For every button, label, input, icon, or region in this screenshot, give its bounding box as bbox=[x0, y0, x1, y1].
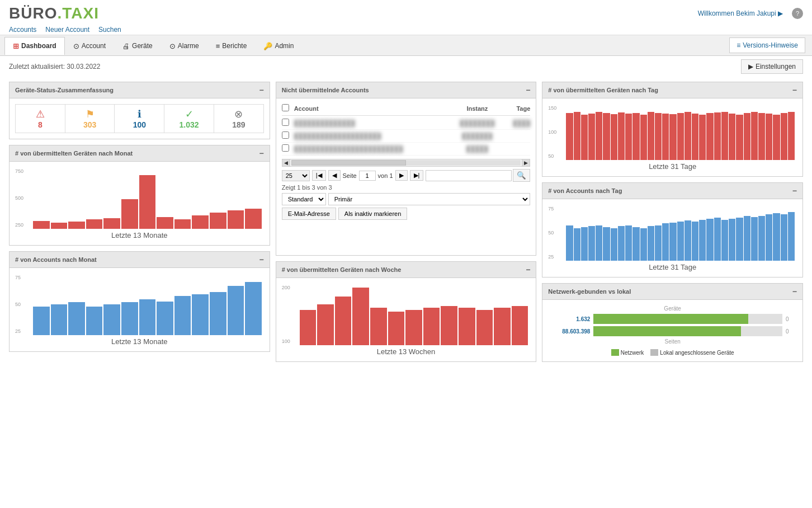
bar bbox=[603, 227, 610, 261]
inaktiv-btn[interactable]: Als inaktiv markieren bbox=[338, 208, 407, 220]
next-page-btn[interactable]: ▶ bbox=[395, 170, 408, 181]
bar bbox=[494, 308, 511, 345]
bar bbox=[751, 112, 758, 160]
bar bbox=[677, 222, 684, 261]
scroll-right-btn[interactable]: ▶ bbox=[522, 159, 530, 166]
horizontal-scrollbar[interactable]: ◀ ▶ bbox=[282, 159, 531, 167]
netzwerk-minimize[interactable]: − bbox=[792, 287, 797, 296]
monat-accounts-minimize[interactable]: − bbox=[259, 255, 263, 264]
table-row: ██████████████ ████████ ████ bbox=[282, 117, 531, 130]
netzwerk-bar1-fill bbox=[593, 314, 748, 324]
bar bbox=[699, 220, 706, 261]
bar bbox=[714, 112, 721, 160]
select-all-checkbox[interactable] bbox=[282, 104, 289, 111]
status-minimize-btn[interactable]: − bbox=[259, 86, 263, 95]
bar bbox=[581, 227, 588, 261]
primaer-select[interactable]: Primär bbox=[328, 193, 531, 205]
nav-suchen[interactable]: Suchen bbox=[98, 26, 121, 34]
bar bbox=[714, 218, 721, 261]
monat-geraete-minimize[interactable]: − bbox=[259, 149, 263, 158]
bar bbox=[706, 219, 713, 261]
status-cell-info: ℹ 100 bbox=[115, 105, 164, 133]
tag-accounts-y3: 75 bbox=[548, 206, 554, 211]
email-btn[interactable]: E-Mail-Adresse bbox=[282, 208, 336, 220]
row1-account: ██████████████ bbox=[294, 120, 447, 126]
row2-instanz: ███████ bbox=[446, 133, 508, 139]
monat-geraete-header: # von übermittelten Geräten nach Monat − bbox=[10, 145, 270, 162]
einstellungen-arrow-icon: ▶ bbox=[748, 63, 753, 70]
bar bbox=[744, 113, 750, 160]
bar bbox=[68, 222, 85, 229]
standard-select[interactable]: Standard bbox=[282, 193, 326, 205]
first-page-btn[interactable]: |◀ bbox=[312, 170, 326, 181]
bar bbox=[581, 115, 588, 160]
status-val-warning: 8 bbox=[18, 120, 63, 129]
bar bbox=[669, 223, 676, 261]
bar bbox=[86, 219, 103, 229]
last-updated: Zuletzt aktualisiert: 30.03.2022 bbox=[9, 63, 100, 70]
bar bbox=[729, 219, 735, 261]
logo-dot: . bbox=[57, 4, 62, 22]
bar bbox=[648, 226, 654, 261]
bar bbox=[603, 113, 610, 160]
bar bbox=[648, 112, 654, 160]
tab-berichte[interactable]: ≡ Berichte bbox=[207, 37, 256, 55]
main-grid: Geräte-Status-Zusammenfassung − ⚠ 8 ⚑ 30… bbox=[0, 77, 812, 366]
inactive-icon: ⊗ bbox=[216, 108, 261, 120]
tab-geraete[interactable]: 🖨 Geräte bbox=[114, 37, 161, 55]
scroll-left-btn[interactable]: ◀ bbox=[282, 159, 290, 166]
nav-accounts[interactable]: Accounts bbox=[9, 26, 36, 34]
bar bbox=[245, 209, 262, 229]
bar bbox=[157, 302, 173, 336]
tab-dashboard[interactable]: ⊞ Dashboard bbox=[4, 37, 65, 55]
monat-accounts-chart-area: 75 50 25 bbox=[15, 274, 264, 335]
monat-geraete-widget: # von übermittelten Geräten nach Monat −… bbox=[9, 145, 270, 246]
monat-accounts-y1: 25 bbox=[15, 328, 21, 334]
tag-accounts-minimize[interactable]: − bbox=[792, 186, 797, 195]
versions-icon: ≡ bbox=[737, 41, 740, 49]
last-page-btn[interactable]: ▶| bbox=[410, 170, 424, 181]
bar bbox=[86, 307, 103, 335]
tag-accounts-bars bbox=[564, 205, 797, 261]
row3-checkbox[interactable] bbox=[282, 144, 289, 152]
versions-btn[interactable]: ≡ Versions-Hinweise bbox=[729, 37, 805, 53]
search-btn[interactable]: 🔍 bbox=[513, 169, 530, 182]
bar bbox=[103, 304, 120, 335]
help-icon[interactable]: ? bbox=[792, 8, 803, 19]
tab-dashboard-label: Dashboard bbox=[21, 42, 56, 50]
filter-row: Standard Primär bbox=[282, 193, 531, 205]
bar bbox=[423, 308, 440, 345]
tag-geraete-minimize[interactable]: − bbox=[792, 86, 797, 95]
nav-neuer-account[interactable]: Neuer Account bbox=[45, 26, 89, 34]
tab-account-label: Account bbox=[82, 42, 106, 50]
legend-lokal-label: Lokal angeschlossene Geräte bbox=[660, 350, 734, 356]
nicht-uebermittelnde-body: Account Instanz Tage ██████████████ ████… bbox=[276, 98, 536, 225]
bar bbox=[773, 115, 780, 160]
tag-geraete-bars bbox=[564, 104, 797, 160]
netzwerk-legend: Netzwerk Lokal angeschlossene Geräte bbox=[548, 349, 797, 356]
bar bbox=[588, 226, 595, 261]
einstellungen-btn[interactable]: ▶ Einstellungen bbox=[741, 59, 803, 74]
tab-account[interactable]: ⊙ Account bbox=[65, 37, 114, 55]
woche-geraete-minimize[interactable]: − bbox=[526, 265, 530, 274]
netzwerk-row2: 88.603.398 0 bbox=[548, 326, 797, 336]
search-input[interactable] bbox=[426, 170, 512, 181]
row1-checkbox[interactable] bbox=[282, 119, 289, 126]
bar bbox=[596, 225, 602, 261]
netzwerk-section1: Geräte bbox=[548, 305, 797, 312]
welcome-link[interactable]: Willkommen Bekim Jakupi ▶ bbox=[698, 10, 783, 17]
tab-alarme[interactable]: ⊙ Alarme bbox=[161, 37, 207, 55]
page-input[interactable] bbox=[359, 171, 376, 181]
status-val-inactive: 189 bbox=[216, 120, 261, 129]
bar bbox=[352, 288, 369, 345]
per-page-select[interactable]: 25 bbox=[282, 170, 310, 181]
col-header-account: Account bbox=[294, 105, 447, 112]
tab-admin[interactable]: 🔑 Admin bbox=[255, 37, 302, 55]
nicht-uebermittelnde-minimize[interactable]: − bbox=[526, 86, 530, 95]
flag-icon: ⚑ bbox=[68, 108, 112, 120]
woche-geraete-bars bbox=[298, 284, 531, 345]
row2-checkbox[interactable] bbox=[282, 131, 289, 139]
scroll-thumb bbox=[291, 160, 406, 166]
prev-page-btn[interactable]: ◀ bbox=[328, 170, 341, 181]
bar bbox=[405, 310, 422, 345]
